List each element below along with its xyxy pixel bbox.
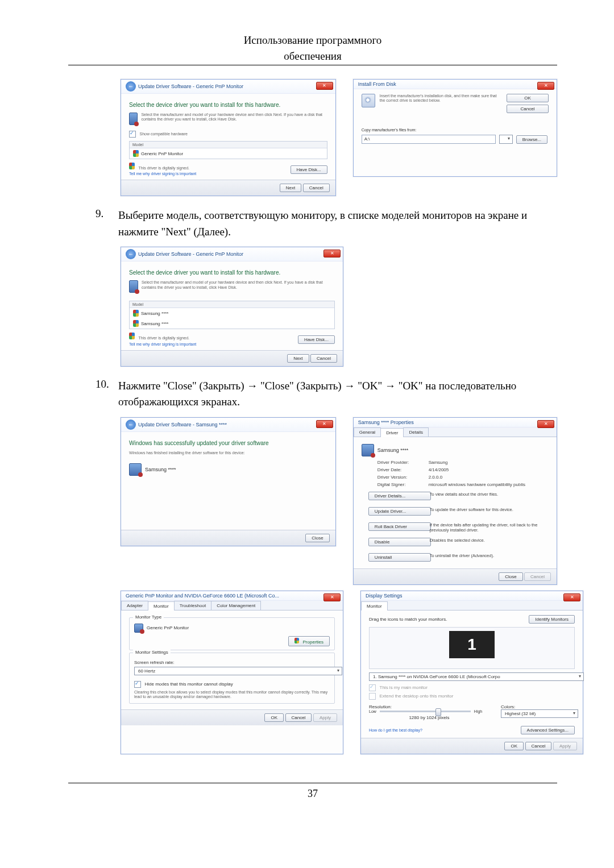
close-icon[interactable]: ✕ [316,420,333,428]
dialog-update-driver-samsung: ✕ ← Update Driver Software - Generic PnP… [121,247,343,366]
cancel-button[interactable]: Cancel [285,713,312,722]
header-rule [68,65,557,65]
dialog-heading: Select the device driver you want to ins… [129,102,327,108]
model-column-header: Model [130,301,334,308]
advanced-settings-button[interactable]: Advanced Settings... [521,726,575,734]
close-icon[interactable]: ✕ [537,420,554,428]
tab-monitor[interactable]: Monitor [361,601,388,610]
monitor-icon-1[interactable]: 1 [449,631,495,658]
disk-icon [362,94,375,107]
why-signing-link[interactable]: Tell me why driver signing is important [129,172,196,176]
identify-monitors-button[interactable]: Identify Monitors [529,615,575,624]
monitor-icon [134,624,143,633]
model-name: Samsung **** [141,311,168,316]
have-disk-button[interactable]: Have Disk... [298,335,335,344]
dialog-heading: Windows has successfully updated your dr… [129,440,327,446]
step-number: 9. [96,207,118,240]
main-monitor-label: This is my main monitor [380,685,428,690]
close-button[interactable]: Close [305,534,329,542]
driver-details-button[interactable]: Driver Details... [368,492,431,500]
dialog-update-driver-generic: ✕ ← Update Driver Software - Generic PnP… [121,79,336,196]
resolution-slider[interactable] [380,711,471,712]
show-compatible-checkbox[interactable] [129,131,136,138]
disable-button[interactable]: Disable [368,538,431,546]
cancel-button[interactable]: Cancel [507,105,549,113]
why-signing-link[interactable]: Tell me why driver signing is important [129,342,196,346]
tab-troubleshoot[interactable]: Troubleshoot [174,601,211,610]
back-icon[interactable]: ← [126,420,136,430]
model-name: Generic PnP Monitor [141,151,183,156]
install-description: Insert the manufacturer's installation d… [380,94,502,103]
disable-desc: Disables the selected device. [430,538,549,550]
close-icon[interactable]: ✕ [316,82,333,90]
tab-adapter[interactable]: Adapter [121,601,148,610]
model-name: Samsung **** [141,321,168,326]
model-row[interactable]: Samsung **** [130,318,334,329]
cancel-button[interactable]: Cancel [310,354,337,363]
signed-text: This driver is digitally signed. [139,166,189,170]
signer-label: Digital Signer: [377,482,429,487]
monitor-select[interactable]: 1. Samsung **** on NVIDIA GeForce 6600 L… [369,672,584,681]
step-number: 10. [96,378,118,410]
cancel-button[interactable]: Cancel [303,184,330,192]
properties-button[interactable]: Properties [288,636,330,646]
next-button[interactable]: Next [287,354,309,363]
ok-button[interactable]: OK [504,742,524,750]
back-icon[interactable]: ← [126,81,136,92]
signed-text: This driver is digitally signed. [139,336,189,340]
dialog-title: Generic PnP Monitor and NVIDIA GeForce 6… [126,593,279,599]
device-icon [362,444,374,456]
close-icon[interactable]: ✕ [537,82,554,90]
model-row[interactable]: Samsung **** [130,308,334,318]
tab-color-management[interactable]: Color Management [211,601,261,610]
dialog-install-from-disk: ✕ Install From Disk Insert the manufactu… [353,79,557,177]
update-driver-button[interactable]: Update Driver... [368,507,431,516]
cancel-button[interactable]: Cancel [525,742,552,750]
back-icon[interactable]: ← [126,249,136,259]
close-button[interactable]: Close [499,572,522,581]
dialog-title: Update Driver Software - Samsung **** [138,422,227,427]
dialog-adapter-monitor-props: ✕ Generic PnP Monitor and NVIDIA GeForce… [121,591,343,754]
rollback-driver-button[interactable]: Roll Back Driver [368,522,431,531]
provider-value: Samsung [429,460,549,465]
tab-driver[interactable]: Driver [380,428,404,437]
monitor-type-title: Monitor Type [133,614,164,620]
colors-select[interactable]: Highest (32 bit) [501,709,578,718]
apply-button: Apply [313,713,337,722]
ok-button[interactable]: OK [264,713,284,722]
dialog-description: Select the manufacturer and model of you… [142,280,335,293]
next-button[interactable]: Next [280,184,301,192]
refresh-rate-select[interactable]: 60 Hertz [134,667,342,675]
uninstall-button[interactable]: Uninstall [368,553,431,562]
model-row[interactable]: Generic PnP Monitor [130,148,327,159]
device-icon [129,280,138,293]
rollback-driver-desc: If the device fails after updating the d… [430,522,549,534]
shield-icon [129,333,135,339]
dialog-display-settings: ✕ Display Settings Monitor Drag the icon… [360,591,583,754]
date-label: Driver Date: [377,467,429,472]
close-icon[interactable]: ✕ [563,593,580,601]
path-dropdown[interactable] [499,135,513,144]
tab-details[interactable]: Details [403,427,428,437]
header-line2: обеспечения [68,50,557,63]
success-subtext: Windows has finished installing the driv… [129,451,327,455]
close-icon[interactable]: ✕ [323,593,341,601]
signer-value: microsoft windows hardware compatibility… [429,482,549,487]
hide-modes-checkbox[interactable] [134,681,141,688]
tab-monitor[interactable]: Monitor [148,601,175,610]
device-icon [129,113,138,125]
model-column-header: Model [130,142,327,148]
apply-button: Apply [553,742,577,750]
close-icon[interactable]: ✕ [323,250,341,258]
browse-button[interactable]: Browse... [516,135,547,144]
dialog-monitor-properties: ✕ Samsung **** Properties General Driver… [353,417,557,585]
step-text: Нажмите "Close" (Закрыть) → "Close" (Зак… [118,378,557,410]
ok-button[interactable]: OK [507,94,549,102]
path-input[interactable]: A:\ [362,135,496,144]
tab-general[interactable]: General [354,427,381,437]
update-driver-desc: To update the driver software for this d… [430,507,549,519]
have-disk-button[interactable]: Have Disk... [291,165,327,174]
best-display-link[interactable]: How do I get the best display? [369,728,422,732]
slider-low-label: Low [369,709,376,713]
refresh-rate-label: Screen refresh rate: [134,660,330,665]
